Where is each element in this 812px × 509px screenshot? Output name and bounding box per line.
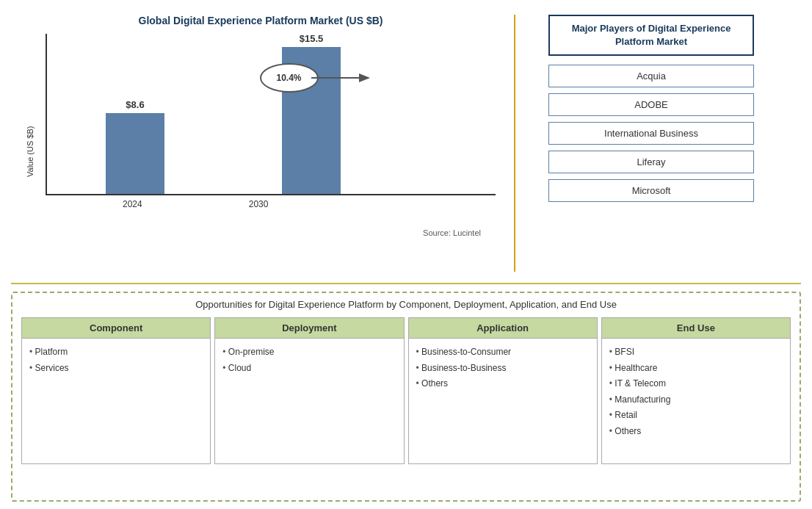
columns-container: Component Platform Services Deployment O… [21, 317, 791, 464]
x-label-2030: 2030 [249, 199, 269, 209]
bar-group-2030: $15.5 [282, 33, 341, 194]
bar-value-2030: $15.5 [300, 33, 324, 44]
list-item-bfsi: BFSI [609, 344, 783, 361]
bar-group-2024: $8.6 [106, 99, 164, 194]
right-panel: Major Players of Digital Experience Plat… [519, 7, 783, 279]
y-axis-label: Value (US $B) [26, 78, 35, 225]
column-header-deployment: Deployment [214, 317, 404, 339]
cagr-value: 10.4% [276, 73, 301, 83]
x-axis-labels: 2024 2030 [38, 199, 496, 209]
list-item-services: Services [29, 361, 203, 377]
player-item-microsoft: Microsoft [548, 179, 754, 202]
column-content-application: Business-to-Consumer Business-to-Busines… [408, 339, 598, 464]
list-item-others-app: Others [416, 376, 590, 392]
bottom-section: Opportunities for Digital Experience Pla… [11, 292, 801, 502]
chart-inner: $8.6 10.4% [38, 34, 496, 225]
cagr-arrow [311, 67, 370, 89]
opportunities-title: Opportunities for Digital Experience Pla… [21, 299, 791, 310]
horizontal-divider [11, 283, 801, 284]
list-item-b2b: Business-to-Business [416, 361, 590, 377]
bar-value-2024: $8.6 [126, 99, 144, 110]
column-content-component: Platform Services [21, 339, 211, 464]
column-content-deployment: On-premise Cloud [214, 339, 404, 464]
chart-wrapper: Value (US $B) $8.6 10.4% [26, 34, 496, 225]
list-item-on-premise: On-premise [222, 344, 396, 361]
chart-area: Global Digital Experience Platform Marke… [11, 7, 510, 279]
column-end-use: End Use BFSI Healthcare IT & Telecom Man… [601, 317, 791, 464]
column-header-component: Component [21, 317, 211, 339]
list-item-others-end: Others [609, 424, 783, 440]
player-item-ibm: International Business [548, 122, 754, 145]
list-item-b2c: Business-to-Consumer [416, 344, 590, 361]
list-item-platform: Platform [29, 344, 203, 361]
list-item-it-telecom: IT & Telecom [609, 376, 783, 392]
vertical-divider [514, 15, 515, 272]
column-deployment: Deployment On-premise Cloud [214, 317, 404, 464]
player-item-acquia: Acquia [548, 65, 754, 87]
top-section: Global Digital Experience Platform Marke… [11, 7, 801, 279]
column-content-end-use: BFSI Healthcare IT & Telecom Manufacturi… [601, 339, 791, 464]
player-item-liferay: Liferay [548, 151, 754, 173]
x-label-2024: 2024 [123, 199, 142, 209]
main-container: Global Digital Experience Platform Marke… [0, 0, 812, 509]
cagr-annotation: 10.4% [260, 63, 319, 93]
list-item-healthcare: Healthcare [609, 361, 783, 377]
source-text: Source: Lucintel [26, 228, 496, 237]
player-item-adobe: ADOBE [548, 93, 754, 116]
list-item-manufacturing: Manufacturing [609, 392, 783, 408]
bar-2024 [106, 113, 164, 194]
cagr-circle: 10.4% [260, 63, 319, 93]
column-application: Application Business-to-Consumer Busines… [408, 317, 598, 464]
svg-marker-1 [359, 73, 370, 82]
list-item-cloud: Cloud [222, 361, 396, 377]
column-header-application: Application [408, 317, 598, 339]
players-title-box: Major Players of Digital Experience Plat… [548, 15, 754, 56]
bars-container: $8.6 10.4% [46, 34, 496, 195]
chart-title: Global Digital Experience Platform Marke… [139, 15, 383, 26]
list-item-retail: Retail [609, 408, 783, 424]
column-component: Component Platform Services [21, 317, 211, 464]
column-header-end-use: End Use [601, 317, 791, 339]
